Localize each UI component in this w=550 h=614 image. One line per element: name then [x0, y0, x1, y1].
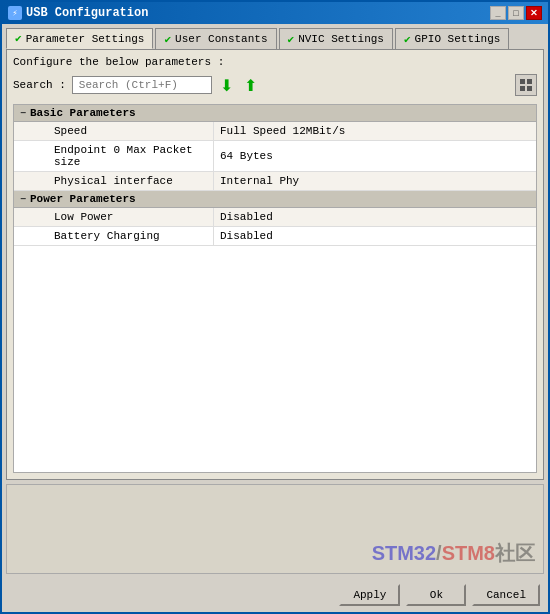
- param-name-speed: Speed: [14, 122, 214, 140]
- tabs-bar: ✔ Parameter Settings ✔ User Constants ✔ …: [2, 24, 548, 49]
- section-power-parameters[interactable]: − Power Parameters: [14, 191, 536, 208]
- main-area: Configure the below parameters : Search …: [6, 49, 544, 480]
- tab-check-icon-3: ✔: [288, 33, 295, 46]
- param-name-lowpower: Low Power: [14, 208, 214, 226]
- bottom-panel: STM32/STM8社区: [6, 484, 544, 574]
- minimize-button[interactable]: _: [490, 6, 506, 20]
- param-value-speed: Full Speed 12MBit/s: [214, 122, 351, 140]
- table-row: Low Power Disabled: [14, 208, 536, 227]
- usb-config-window: ⚡ USB Configuration _ □ ✕ ✔ Parameter Se…: [0, 0, 550, 614]
- close-button[interactable]: ✕: [526, 6, 542, 20]
- expand-basic-icon: −: [20, 108, 26, 119]
- svg-rect-0: [520, 79, 525, 84]
- param-name-physical: Physical interface: [14, 172, 214, 190]
- section-power-label: Power Parameters: [30, 193, 136, 205]
- tab-user-constants[interactable]: ✔ User Constants: [155, 28, 276, 49]
- svg-rect-1: [527, 79, 532, 84]
- stm32-brand: STM32: [372, 542, 436, 564]
- footer-buttons: Apply Ok Cancel: [2, 578, 548, 612]
- table-row: Physical interface Internal Phy: [14, 172, 536, 191]
- params-table: − Basic Parameters Speed Full Speed 12MB…: [13, 104, 537, 473]
- title-bar-left: ⚡ USB Configuration: [8, 6, 148, 20]
- tab-label-gpio-settings: GPIO Settings: [415, 33, 501, 45]
- tab-check-icon: ✔: [15, 32, 22, 45]
- tab-gpio-settings[interactable]: ✔ GPIO Settings: [395, 28, 509, 49]
- table-row: Endpoint 0 Max Packet size 64 Bytes: [14, 141, 536, 172]
- param-value-endpoint: 64 Bytes: [214, 147, 279, 165]
- table-row: Battery Charging Disabled: [14, 227, 536, 246]
- svg-rect-2: [520, 86, 525, 91]
- tab-nvic-settings[interactable]: ✔ NVIC Settings: [279, 28, 393, 49]
- maximize-button[interactable]: □: [508, 6, 524, 20]
- param-value-battery: Disabled: [214, 227, 279, 245]
- brand-suffix: 社区: [495, 542, 535, 564]
- table-row: Speed Full Speed 12MBit/s: [14, 122, 536, 141]
- param-value-physical: Internal Phy: [214, 172, 305, 190]
- search-input[interactable]: [72, 76, 212, 94]
- search-up-button[interactable]: ⬆: [242, 76, 260, 94]
- branding: STM32/STM8社区: [372, 540, 535, 567]
- param-name-endpoint: Endpoint 0 Max Packet size: [14, 141, 214, 171]
- grid-icon: [519, 78, 533, 92]
- tab-check-icon-4: ✔: [404, 33, 411, 46]
- apply-button[interactable]: Apply: [339, 584, 400, 606]
- tab-label-user-constants: User Constants: [175, 33, 267, 45]
- stm8-brand: STM8: [442, 542, 495, 564]
- tab-parameter-settings[interactable]: ✔ Parameter Settings: [6, 28, 153, 49]
- tab-label-parameter-settings: Parameter Settings: [26, 33, 145, 45]
- tab-label-nvic-settings: NVIC Settings: [298, 33, 384, 45]
- cancel-button[interactable]: Cancel: [472, 584, 540, 606]
- param-name-battery: Battery Charging: [14, 227, 214, 245]
- search-label: Search :: [13, 79, 66, 91]
- grid-view-button[interactable]: [515, 74, 537, 96]
- window-controls: _ □ ✕: [490, 6, 542, 20]
- expand-power-icon: −: [20, 194, 26, 205]
- ok-button[interactable]: Ok: [406, 584, 466, 606]
- usb-icon: ⚡: [8, 6, 22, 20]
- search-bar: Search : ⬇ ⬆: [13, 74, 537, 96]
- title-bar: ⚡ USB Configuration _ □ ✕: [2, 2, 548, 24]
- param-value-lowpower: Disabled: [214, 208, 279, 226]
- window-title: USB Configuration: [26, 6, 148, 20]
- configure-label: Configure the below parameters :: [13, 56, 537, 68]
- section-basic-label: Basic Parameters: [30, 107, 136, 119]
- svg-rect-3: [527, 86, 532, 91]
- section-basic-parameters[interactable]: − Basic Parameters: [14, 105, 536, 122]
- tab-check-icon-2: ✔: [164, 33, 171, 46]
- search-down-button[interactable]: ⬇: [218, 76, 236, 94]
